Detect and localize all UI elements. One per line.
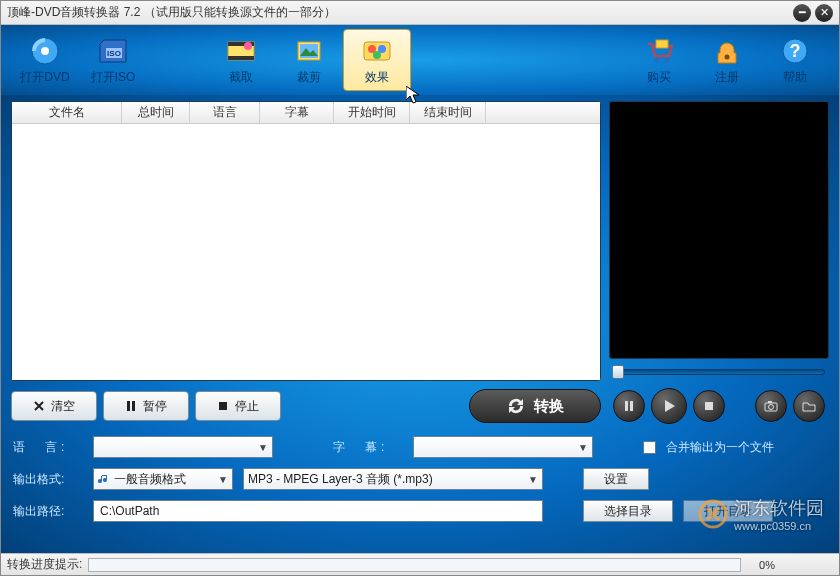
- media-pause-button[interactable]: [613, 390, 645, 422]
- open-dir-button[interactable]: 打开目录: [683, 500, 773, 522]
- media-play-button[interactable]: [651, 388, 687, 424]
- svg-point-7: [244, 42, 252, 50]
- svg-point-17: [725, 54, 730, 59]
- format-group-select[interactable]: 一般音频格式▼: [93, 468, 233, 490]
- list-header: 文件名 总时间 语言 字幕 开始时间 结束时间: [12, 102, 600, 124]
- pause-button[interactable]: 暂停: [103, 391, 189, 421]
- svg-rect-23: [625, 401, 628, 411]
- svg-point-13: [373, 51, 381, 59]
- crop-icon: [291, 35, 327, 67]
- video-preview[interactable]: [609, 101, 829, 359]
- svg-point-15: [665, 57, 670, 62]
- svg-point-1: [41, 47, 49, 55]
- titlebar: 顶峰-DVD音频转换器 7.2 （试用版只能转换源文件的一部分） ━ ✕: [1, 1, 839, 25]
- svg-point-27: [769, 405, 774, 410]
- open-dvd-label: 打开DVD: [20, 69, 69, 86]
- svg-rect-25: [705, 402, 713, 410]
- progress-percent: 0%: [747, 559, 787, 571]
- window-title: 顶峰-DVD音频转换器 7.2 （试用版只能转换源文件的一部分）: [7, 4, 789, 21]
- slider-thumb[interactable]: [612, 365, 624, 379]
- capture-button[interactable]: 截取: [207, 29, 275, 91]
- language-label: 语 言:: [13, 439, 83, 456]
- capture-label: 截取: [229, 69, 253, 86]
- capture-icon: [223, 35, 259, 67]
- svg-rect-28: [768, 401, 772, 403]
- svg-rect-24: [630, 401, 633, 411]
- subtitle-label: 字 幕:: [333, 439, 403, 456]
- stop-button[interactable]: 停止: [195, 391, 281, 421]
- svg-rect-16: [656, 40, 668, 48]
- main-toolbar: 打开DVD ISO 打开ISO 截取 裁剪 效果: [1, 25, 839, 95]
- x-icon: [33, 400, 45, 412]
- cart-icon: [641, 35, 677, 67]
- svg-rect-21: [132, 401, 135, 411]
- buy-button[interactable]: 购买: [625, 29, 693, 91]
- list-body[interactable]: [12, 124, 600, 380]
- svg-point-14: [655, 57, 660, 62]
- col-subtitle[interactable]: 字幕: [260, 102, 334, 123]
- clear-button[interactable]: 清空: [11, 391, 97, 421]
- convert-button[interactable]: 转换: [469, 389, 601, 423]
- effect-button[interactable]: 效果: [343, 29, 411, 91]
- dvd-icon: [27, 35, 63, 67]
- effect-label: 效果: [365, 69, 389, 86]
- col-language[interactable]: 语言: [190, 102, 260, 123]
- pause-icon: [125, 400, 137, 412]
- svg-rect-22: [219, 402, 227, 410]
- crop-label: 裁剪: [297, 69, 321, 86]
- register-label: 注册: [715, 69, 739, 86]
- buy-label: 购买: [647, 69, 671, 86]
- help-button[interactable]: ? 帮助: [761, 29, 829, 91]
- svg-rect-6: [228, 56, 254, 60]
- col-starttime[interactable]: 开始时间: [334, 102, 410, 123]
- output-path-input[interactable]: C:\OutPath: [93, 500, 543, 522]
- help-label: 帮助: [783, 69, 807, 86]
- open-folder-button[interactable]: [793, 390, 825, 422]
- language-select[interactable]: ▼: [93, 436, 273, 458]
- svg-text:ISO: ISO: [107, 49, 121, 58]
- status-bar: 转换进度提示: 0%: [1, 553, 839, 575]
- progress-label: 转换进度提示:: [7, 556, 82, 573]
- output-format-label: 输出格式:: [13, 471, 83, 488]
- col-totaltime[interactable]: 总时间: [122, 102, 190, 123]
- choose-dir-button[interactable]: 选择目录: [583, 500, 673, 522]
- merge-label: 合并输出为一个文件: [666, 439, 774, 456]
- note-icon: [98, 473, 110, 485]
- svg-text:?: ?: [790, 41, 801, 61]
- open-iso-button[interactable]: ISO 打开ISO: [79, 29, 147, 91]
- close-button[interactable]: ✕: [815, 4, 833, 22]
- iso-icon: ISO: [95, 35, 131, 67]
- media-stop-button[interactable]: [693, 390, 725, 422]
- output-path-label: 输出路径:: [13, 503, 83, 520]
- col-endtime[interactable]: 结束时间: [410, 102, 486, 123]
- settings-button[interactable]: 设置: [583, 468, 649, 490]
- col-filename[interactable]: 文件名: [12, 102, 122, 123]
- file-list: 文件名 总时间 语言 字幕 开始时间 结束时间: [11, 101, 601, 381]
- svg-rect-20: [127, 401, 130, 411]
- crop-button[interactable]: 裁剪: [275, 29, 343, 91]
- subtitle-select[interactable]: ▼: [413, 436, 593, 458]
- snapshot-button[interactable]: [755, 390, 787, 422]
- preview-slider[interactable]: [609, 363, 829, 381]
- register-icon: [709, 35, 745, 67]
- open-dvd-button[interactable]: 打开DVD: [11, 29, 79, 91]
- merge-checkbox[interactable]: [643, 441, 656, 454]
- progress-bar: [88, 558, 741, 572]
- register-button[interactable]: 注册: [693, 29, 761, 91]
- format-select[interactable]: MP3 - MPEG Layer-3 音频 (*.mp3)▼: [243, 468, 543, 490]
- stop-icon: [217, 400, 229, 412]
- help-icon: ?: [777, 35, 813, 67]
- open-iso-label: 打开ISO: [91, 69, 136, 86]
- refresh-icon: [506, 397, 526, 415]
- effect-icon: [359, 35, 395, 67]
- minimize-button[interactable]: ━: [793, 4, 811, 22]
